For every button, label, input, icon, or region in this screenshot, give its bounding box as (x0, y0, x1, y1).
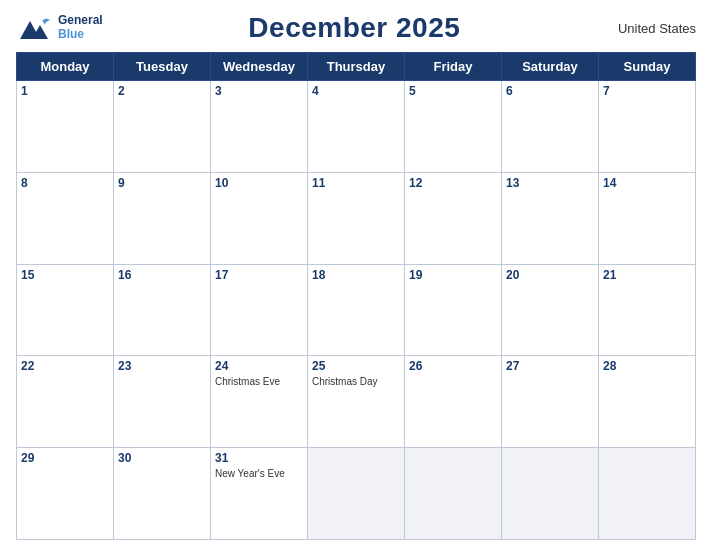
day-number: 18 (312, 268, 400, 282)
day-number: 21 (603, 268, 691, 282)
day-number: 30 (118, 451, 206, 465)
day-number: 11 (312, 176, 400, 190)
day-number: 9 (118, 176, 206, 190)
calendar-title-block: December 2025 (103, 12, 606, 44)
logo-blue: Blue (58, 28, 103, 42)
country-label: United States (606, 21, 696, 36)
weekday-header-wednesday: Wednesday (211, 53, 308, 81)
day-number: 15 (21, 268, 109, 282)
day-number: 14 (603, 176, 691, 190)
calendar-cell: 1 (17, 81, 114, 173)
calendar-cell: 7 (599, 81, 696, 173)
day-number: 22 (21, 359, 109, 373)
calendar-cell (405, 448, 502, 540)
day-number: 4 (312, 84, 400, 98)
calendar-cell: 28 (599, 356, 696, 448)
day-number: 2 (118, 84, 206, 98)
calendar-cell: 12 (405, 172, 502, 264)
day-number: 10 (215, 176, 303, 190)
calendar-cell: 9 (114, 172, 211, 264)
calendar-cell (502, 448, 599, 540)
day-number: 1 (21, 84, 109, 98)
day-number: 13 (506, 176, 594, 190)
day-number: 31 (215, 451, 303, 465)
day-number: 23 (118, 359, 206, 373)
calendar-page: General Blue December 2025 United States… (0, 0, 712, 550)
day-number: 27 (506, 359, 594, 373)
calendar-week-row: 1234567 (17, 81, 696, 173)
calendar-cell: 15 (17, 264, 114, 356)
day-number: 3 (215, 84, 303, 98)
calendar-cell: 26 (405, 356, 502, 448)
day-number: 20 (506, 268, 594, 282)
weekday-header-thursday: Thursday (308, 53, 405, 81)
day-number: 25 (312, 359, 400, 373)
calendar-cell: 30 (114, 448, 211, 540)
calendar-week-row: 15161718192021 (17, 264, 696, 356)
day-number: 16 (118, 268, 206, 282)
calendar-week-row: 222324Christmas Eve25Christmas Day262728 (17, 356, 696, 448)
calendar-cell: 20 (502, 264, 599, 356)
calendar-cell: 24Christmas Eve (211, 356, 308, 448)
day-number: 29 (21, 451, 109, 465)
day-number: 5 (409, 84, 497, 98)
calendar-cell: 22 (17, 356, 114, 448)
holiday-label: New Year's Eve (215, 467, 303, 480)
calendar-cell: 19 (405, 264, 502, 356)
logo: General Blue (16, 13, 103, 43)
calendar-week-row: 891011121314 (17, 172, 696, 264)
logo-text-block: General Blue (58, 14, 103, 42)
day-number: 26 (409, 359, 497, 373)
holiday-label: Christmas Day (312, 375, 400, 388)
day-number: 28 (603, 359, 691, 373)
calendar-cell: 31New Year's Eve (211, 448, 308, 540)
weekday-header-row: MondayTuesdayWednesdayThursdayFridaySatu… (17, 53, 696, 81)
calendar-table: MondayTuesdayWednesdayThursdayFridaySatu… (16, 52, 696, 540)
calendar-cell (599, 448, 696, 540)
weekday-header-monday: Monday (17, 53, 114, 81)
calendar-week-row: 293031New Year's Eve (17, 448, 696, 540)
weekday-header-friday: Friday (405, 53, 502, 81)
day-number: 17 (215, 268, 303, 282)
calendar-cell: 2 (114, 81, 211, 173)
calendar-cell: 5 (405, 81, 502, 173)
calendar-cell: 18 (308, 264, 405, 356)
calendar-cell: 14 (599, 172, 696, 264)
day-number: 6 (506, 84, 594, 98)
calendar-cell: 3 (211, 81, 308, 173)
calendar-cell: 17 (211, 264, 308, 356)
day-number: 19 (409, 268, 497, 282)
weekday-header-saturday: Saturday (502, 53, 599, 81)
calendar-cell: 29 (17, 448, 114, 540)
calendar-cell: 11 (308, 172, 405, 264)
calendar-cell: 25Christmas Day (308, 356, 405, 448)
weekday-header-sunday: Sunday (599, 53, 696, 81)
calendar-cell: 8 (17, 172, 114, 264)
day-number: 8 (21, 176, 109, 190)
day-number: 7 (603, 84, 691, 98)
calendar-cell: 13 (502, 172, 599, 264)
calendar-cell: 27 (502, 356, 599, 448)
calendar-cell: 4 (308, 81, 405, 173)
calendar-cell: 23 (114, 356, 211, 448)
calendar-cell: 21 (599, 264, 696, 356)
calendar-cell: 10 (211, 172, 308, 264)
weekday-header-tuesday: Tuesday (114, 53, 211, 81)
logo-general: General (58, 14, 103, 28)
calendar-title: December 2025 (248, 12, 460, 43)
day-number: 24 (215, 359, 303, 373)
calendar-header: General Blue December 2025 United States (16, 12, 696, 44)
calendar-cell: 16 (114, 264, 211, 356)
calendar-cell (308, 448, 405, 540)
calendar-cell: 6 (502, 81, 599, 173)
logo-icon (16, 13, 54, 43)
day-number: 12 (409, 176, 497, 190)
holiday-label: Christmas Eve (215, 375, 303, 388)
